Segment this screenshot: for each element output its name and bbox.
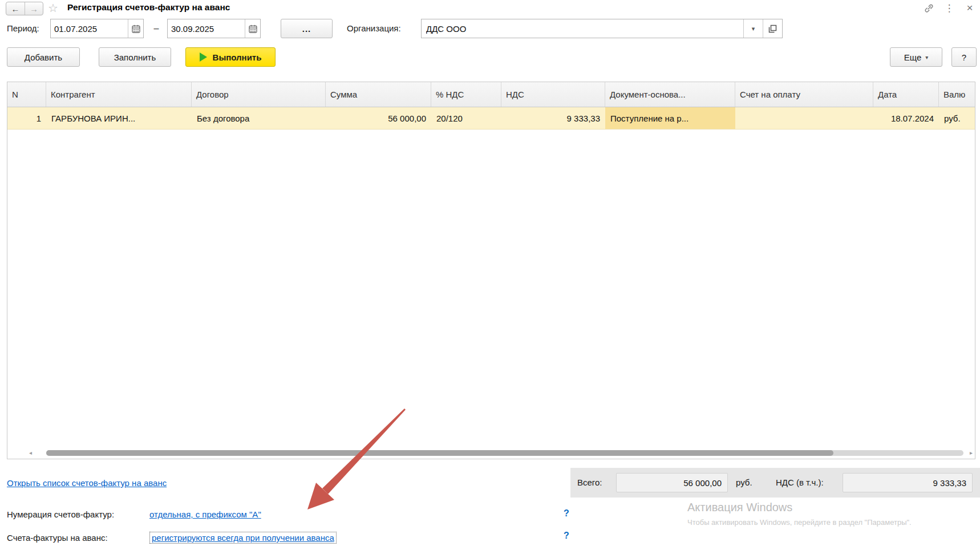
open-invoice-list-link[interactable]: Открыть список счетов-фактур на аванс: [7, 478, 167, 488]
cell-invoice[interactable]: [735, 107, 873, 129]
calendar-icon[interactable]: [128, 19, 143, 38]
total-currency: руб.: [736, 468, 752, 498]
organization-label: Организация:: [347, 19, 401, 38]
filter-row: Период: – ... Организация: ▾: [0, 19, 980, 38]
vat-total-value: 9 333,33: [843, 473, 973, 492]
cell-currency[interactable]: руб.: [939, 107, 975, 129]
col-header-date: Дата: [873, 82, 939, 107]
col-header-vat-rate: % НДС: [431, 82, 501, 107]
forward-arrow-icon[interactable]: →: [25, 2, 43, 15]
col-header-contract: Договор: [192, 82, 326, 107]
organization-input[interactable]: [422, 19, 743, 38]
registration-row: Счета-фактуры на аванс: регистрируются в…: [7, 532, 337, 544]
windows-activation-watermark: Активация Windows: [687, 501, 792, 514]
back-arrow-icon[interactable]: ←: [6, 2, 25, 15]
date-from-input[interactable]: [51, 19, 128, 38]
numbering-label: Нумерация счетов-фактур:: [7, 509, 149, 519]
table-row[interactable]: 1 ГАРБУНОВА ИРИН... Без договора 56 000,…: [7, 107, 975, 130]
toolbar: Добавить Заполнить Выполнить Еще ▾ ?: [0, 47, 980, 67]
total-value: 56 000,00: [616, 473, 728, 492]
play-icon: [200, 52, 207, 62]
favorite-star-icon[interactable]: ☆: [48, 1, 58, 15]
history-nav: ← →: [6, 2, 43, 15]
period-options-button[interactable]: ...: [281, 19, 333, 38]
organization-field: ▾: [421, 19, 783, 38]
chevron-down-icon[interactable]: ▾: [743, 19, 763, 38]
fill-button[interactable]: Заполнить: [99, 47, 171, 67]
numbering-help-icon[interactable]: ?: [564, 508, 569, 519]
table-header: N Контрагент Договор Сумма % НДС НДС Док…: [7, 82, 975, 107]
col-header-currency: Валю: [939, 82, 975, 107]
run-button-label: Выполнить: [213, 52, 262, 62]
cell-date[interactable]: 18.07.2024: [873, 107, 939, 129]
cell-vat[interactable]: 9 333,33: [501, 107, 605, 129]
horizontal-scrollbar: ◂ ▸: [7, 449, 975, 457]
scrollbar-track[interactable]: [46, 450, 963, 456]
period-dash: –: [148, 19, 165, 38]
date-to-input[interactable]: [168, 19, 245, 38]
help-button[interactable]: ?: [951, 47, 977, 67]
cell-base-doc-selected[interactable]: Поступление на р...: [605, 107, 735, 129]
cell-contragent[interactable]: ГАРБУНОВА ИРИН...: [46, 107, 192, 129]
date-from-field: [50, 19, 144, 38]
link-icon[interactable]: [923, 2, 934, 14]
chevron-down-icon: ▾: [925, 54, 928, 60]
date-to-field: [167, 19, 261, 38]
cell-contract[interactable]: Без договора: [192, 107, 326, 129]
cell-vat-rate[interactable]: 20/120: [431, 107, 501, 129]
open-item-icon[interactable]: [763, 19, 782, 38]
col-header-vat: НДС: [501, 82, 605, 107]
totals-panel: Всего: 56 000,00 руб. НДС (в т.ч.): 9 33…: [570, 468, 980, 498]
open-list-row: Открыть список счетов-фактур на аванс: [7, 478, 167, 488]
col-header-invoice: Счет на оплату: [735, 82, 873, 107]
add-button[interactable]: Добавить: [7, 47, 80, 67]
col-header-contragent: Контрагент: [46, 82, 192, 107]
cell-sum[interactable]: 56 000,00: [326, 107, 431, 129]
total-label: Всего:: [577, 468, 602, 498]
col-header-base-doc: Документ-основа...: [605, 82, 735, 107]
scroll-left-icon[interactable]: ◂: [29, 450, 32, 456]
page-title: Регистрация счетов-фактур на аванс: [67, 2, 230, 13]
run-button[interactable]: Выполнить: [185, 47, 276, 67]
col-header-n: N: [7, 82, 46, 107]
col-header-sum: Сумма: [326, 82, 431, 107]
numbering-row: Нумерация счетов-фактур: отдельная, с пр…: [7, 509, 261, 519]
scroll-right-icon[interactable]: ▸: [970, 450, 973, 456]
kebab-menu-icon[interactable]: ⋮: [943, 2, 955, 14]
numbering-setting-link[interactable]: отдельная, с префиксом "А": [149, 509, 261, 519]
scrollbar-thumb[interactable]: [46, 450, 833, 456]
title-bar: ← → ☆ Регистрация счетов-фактур на аванс…: [0, 0, 980, 17]
close-icon[interactable]: ×: [964, 2, 975, 14]
period-label: Период:: [7, 19, 39, 38]
more-button-label: Еще: [904, 52, 922, 62]
registration-setting-link[interactable]: регистрируются всегда при получении аван…: [149, 532, 337, 544]
registration-help-icon[interactable]: ?: [564, 531, 569, 541]
invoice-table: N Контрагент Договор Сумма % НДС НДС Док…: [7, 82, 975, 459]
more-button[interactable]: Еще ▾: [890, 47, 942, 67]
registration-label: Счета-фактуры на аванс:: [7, 533, 149, 543]
windows-activation-watermark-subtext: Чтобы активировать Windows, перейдите в …: [687, 518, 912, 527]
cell-n[interactable]: 1: [7, 107, 46, 129]
vat-total-label: НДС (в т.ч.):: [776, 468, 824, 498]
calendar-icon[interactable]: [245, 19, 260, 38]
